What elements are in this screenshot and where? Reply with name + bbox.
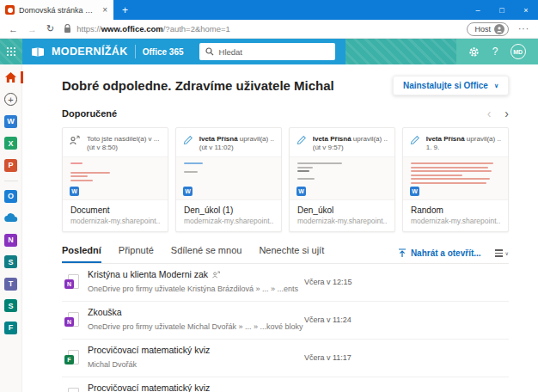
forms-icon: F bbox=[4, 322, 17, 334]
forward-button[interactable]: → bbox=[28, 24, 37, 34]
sidebar-item-onedrive[interactable] bbox=[4, 211, 18, 225]
product-name: Office 365 bbox=[143, 47, 184, 57]
file-location: OneDrive pro firmy uživatele Michal Dvoř… bbox=[88, 322, 303, 331]
plus-circle-icon: + bbox=[4, 93, 17, 106]
word-badge-icon: W bbox=[70, 187, 79, 196]
brand-divider bbox=[135, 45, 136, 58]
view-options-button[interactable]: ∨ bbox=[495, 249, 509, 256]
tab-recent[interactable]: Poslední bbox=[62, 245, 101, 263]
tab-shared-with-me[interactable]: Sdílené se mnou bbox=[171, 245, 242, 263]
url-field[interactable]: https://www.office.com/?auth=2&home=1 bbox=[64, 24, 457, 34]
document-preview: W bbox=[176, 156, 281, 200]
home-icon bbox=[4, 71, 17, 83]
help-icon[interactable]: ? bbox=[492, 46, 498, 58]
file-title: Zkouška bbox=[88, 307, 122, 317]
lock-icon bbox=[64, 24, 71, 34]
profile-avatar-icon bbox=[494, 24, 504, 34]
shared-icon bbox=[212, 271, 221, 279]
recommended-card[interactable]: Iveta Přísná upravil(a) ...1. 9. W Rando… bbox=[402, 127, 509, 232]
carousel-prev-icon[interactable]: ‹ bbox=[487, 107, 492, 120]
file-row[interactable]: N Zkouška OneDrive pro firmy uživatele M… bbox=[62, 302, 509, 340]
file-row[interactable]: F Procvičovací matematický kviz Michal D… bbox=[62, 340, 509, 377]
teams-icon: T bbox=[4, 278, 17, 291]
card-activity: Iveta Přísná upravil(a) ...(út v 9:57) bbox=[313, 135, 388, 152]
excel-icon: X bbox=[4, 137, 17, 150]
sidebar-item-onenote[interactable]: N bbox=[4, 233, 18, 247]
tab-title: Domovská stránka Microsoft Off bbox=[19, 6, 97, 15]
onenote-file-icon: N bbox=[62, 274, 88, 290]
browser-tab[interactable]: Domovská stránka Microsoft Off × bbox=[0, 0, 113, 20]
address-bar: ← → ↻ https://www.office.com/?auth=2&hom… bbox=[0, 20, 538, 39]
sidebar-item-outlook[interactable]: O bbox=[4, 189, 18, 203]
onedrive-cloud-icon bbox=[4, 213, 18, 223]
account-avatar[interactable]: MD bbox=[510, 44, 526, 59]
url-text: https://www.office.com/?auth=2&home=1 bbox=[76, 24, 230, 34]
carousel-next-icon[interactable]: › bbox=[504, 107, 509, 120]
sidebar-item-create[interactable]: + bbox=[4, 93, 18, 107]
onenote-icon: N bbox=[4, 234, 17, 247]
tab-close-icon[interactable]: × bbox=[101, 5, 108, 15]
forms-file-icon: F bbox=[62, 350, 88, 365]
header-actions: ? MD bbox=[456, 39, 538, 64]
sidebar-item-sway[interactable]: S bbox=[4, 299, 18, 313]
share-icon bbox=[70, 135, 81, 145]
card-location: modernizak-my.sharepoint... bbox=[184, 217, 273, 225]
search-input[interactable]: Hledat bbox=[199, 43, 335, 60]
tab-discover[interactable]: Nenechte si ujít bbox=[259, 245, 324, 263]
file-owner: Michal Dvořák bbox=[88, 360, 137, 369]
refresh-button[interactable]: ↻ bbox=[46, 23, 54, 34]
tab-pinned[interactable]: Připnuté bbox=[119, 245, 154, 263]
profile-host-button[interactable]: Host bbox=[467, 22, 509, 36]
logo-text[interactable]: MODERNÍŽÁK bbox=[52, 46, 128, 58]
minimize-button[interactable]: – bbox=[466, 6, 490, 15]
onenote-file-icon: N bbox=[62, 312, 88, 328]
card-location: modernizak-my.sharepoint... bbox=[411, 217, 500, 225]
card-activity: Toto jste nasdílel(a) v ...(út v 8:50) bbox=[87, 135, 159, 152]
app-launcher-button[interactable] bbox=[0, 39, 22, 64]
new-tab-button[interactable]: + bbox=[113, 0, 137, 20]
sidebar-item-forms[interactable]: F bbox=[4, 321, 18, 334]
browser-tab-bar: Domovská stránka Microsoft Off × + – □ × bbox=[0, 0, 538, 20]
sidebar-item-powerpoint[interactable]: P bbox=[4, 158, 18, 172]
window-controls: – □ × bbox=[466, 0, 538, 20]
forms-file-icon: F bbox=[62, 388, 88, 392]
file-title: Procvičovací matematický kviz bbox=[88, 345, 210, 355]
file-row[interactable]: F Procvičovací matematický kviz Michal D… bbox=[62, 377, 509, 392]
recommended-card[interactable]: Toto jste nasdílel(a) v ...(út v 8:50) W… bbox=[62, 127, 168, 232]
recommended-card[interactable]: Iveta Přísná upravil(a) ...(út v 11:02) … bbox=[175, 127, 282, 232]
upload-icon bbox=[398, 248, 407, 258]
upload-label: Nahrát a otevřít... bbox=[411, 248, 481, 258]
header-background bbox=[345, 39, 456, 64]
back-button[interactable]: ← bbox=[9, 24, 18, 34]
sidebar-item-home[interactable] bbox=[4, 70, 18, 84]
pencil-icon bbox=[297, 135, 307, 145]
document-preview: W bbox=[290, 156, 394, 200]
card-activity: Iveta Přísná upravil(a) ...1. 9. bbox=[426, 135, 501, 152]
word-icon: W bbox=[4, 115, 17, 128]
file-date: Včera v 11:24 bbox=[304, 315, 414, 324]
maximize-button[interactable]: □ bbox=[490, 6, 514, 15]
brand-bar: MODERNÍŽÁK Office 365 Hledat bbox=[22, 39, 345, 64]
card-title: Den_úkol (1) bbox=[184, 205, 273, 215]
install-office-button[interactable]: Nainstalujte si Office ∨ bbox=[393, 76, 509, 95]
sidebar-item-sharepoint[interactable]: S bbox=[4, 255, 18, 269]
card-location: modernizak-my.sharepoint... bbox=[297, 217, 387, 225]
file-row[interactable]: N Kristýna u klienta Moderni zak OneDriv… bbox=[62, 264, 509, 302]
file-date: Včera v 12:15 bbox=[304, 278, 414, 286]
sidebar-item-teams[interactable]: T bbox=[4, 277, 18, 291]
card-activity: Iveta Přísná upravil(a) ...(út v 11:02) bbox=[199, 135, 274, 152]
main-content: Dobré odpoledne. Zdravíme uživatele Mich… bbox=[22, 64, 538, 392]
card-title: Random bbox=[411, 205, 500, 215]
list-view-icon bbox=[495, 249, 503, 256]
file-tabs: Poslední Připnuté Sdílené se mnou Nenech… bbox=[62, 245, 324, 263]
rail-divider bbox=[4, 181, 18, 181]
recommended-card[interactable]: Iveta Přísná upravil(a) ...(út v 9:57) W… bbox=[289, 127, 395, 232]
install-office-label: Nainstalujte si Office bbox=[403, 81, 488, 90]
browser-menu-icon[interactable]: ··· bbox=[518, 24, 529, 34]
settings-gear-icon[interactable] bbox=[468, 46, 480, 58]
sidebar-item-excel[interactable]: X bbox=[4, 137, 18, 150]
upload-and-open-button[interactable]: Nahrát a otevřít... bbox=[398, 248, 481, 258]
waffle-icon bbox=[6, 46, 16, 57]
close-button[interactable]: × bbox=[514, 6, 538, 15]
sidebar-item-word[interactable]: W bbox=[4, 114, 18, 128]
